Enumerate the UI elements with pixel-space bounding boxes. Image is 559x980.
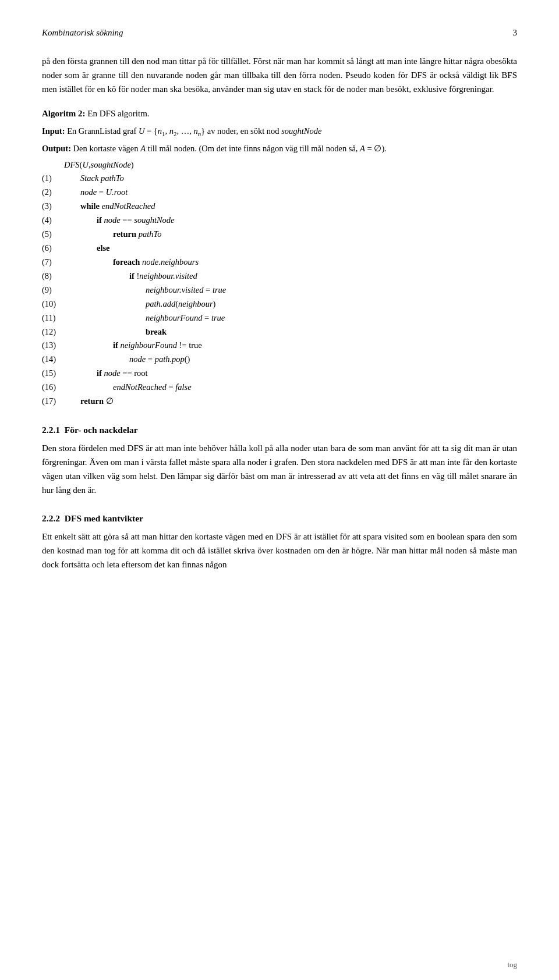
algo-line-17: (17) return ∅	[42, 395, 517, 409]
page-header: Kombinatorisk sökning 3	[42, 28, 517, 38]
line-content-2: node = U.root	[64, 186, 517, 200]
line-content-4: if node == soughtNode	[64, 214, 517, 228]
line-num-17: (17)	[42, 395, 64, 409]
line-num-16: (16)	[42, 381, 64, 395]
line-content-13: if neighbourFound != true	[64, 339, 517, 353]
line-content-11: neighbourFound = true	[64, 311, 517, 325]
algo-line-2: (2) node = U.root	[42, 186, 517, 200]
footer-note: tog	[507, 960, 517, 970]
algo-line-14: (14) node = path.pop()	[42, 353, 517, 367]
line-content-8: if !neighbour.visited	[64, 269, 517, 283]
algo-line-6: (6) else	[42, 242, 517, 255]
algo-output: Output: Den kortaste vägen A till mål no…	[42, 142, 517, 156]
algo-input-bold: Input:	[42, 126, 65, 136]
page-number: 3	[513, 28, 518, 38]
line-content-15: if node == root	[64, 367, 517, 381]
chapter-title: Kombinatorisk sökning	[42, 28, 123, 38]
algo-line-0: DFS(U,soughtNode)	[42, 158, 517, 172]
algo-line-15: (15) if node == root	[42, 367, 517, 381]
line-num-9: (9)	[42, 283, 64, 297]
algo-title: Algoritm 2: En DFS algoritm.	[42, 106, 517, 121]
line-num-7: (7)	[42, 255, 64, 269]
line-num-13: (13)	[42, 339, 64, 353]
algo-output-rest: Den kortaste vägen A till mål noden. (Om…	[71, 144, 387, 153]
line-num-14: (14)	[42, 353, 64, 367]
algo-line-7: (7) foreach node.neighbours	[42, 255, 517, 269]
algo-line-16: (16) endNotReached = false	[42, 381, 517, 395]
algo-line-11: (11) neighbourFound = true	[42, 311, 517, 325]
footer-text: tog	[507, 960, 517, 969]
algo-title-bold: Algoritm 2:	[42, 109, 86, 118]
line-num-15: (15)	[42, 367, 64, 381]
algo-input-rest: En GrannListad graf U = {n1, n2, …, nn} …	[65, 126, 322, 136]
section-221-paragraph: Den stora fördelen med DFS är att man in…	[42, 441, 517, 497]
line-content-14: node = path.pop()	[64, 353, 517, 367]
line-num-6: (6)	[42, 242, 64, 255]
algo-input: Input: En GrannListad graf U = {n1, n2, …	[42, 125, 517, 140]
line-content-6: else	[64, 242, 517, 255]
line-num-5: (5)	[42, 228, 64, 242]
line-num-1: (1)	[42, 172, 64, 186]
line-num-8: (8)	[42, 269, 64, 283]
algo-line-8: (8) if !neighbour.visited	[42, 269, 517, 283]
page-content: Kombinatorisk sökning 3 på den första gr…	[0, 0, 559, 608]
line-content-3: while endNotReached	[64, 200, 517, 214]
line-num-12: (12)	[42, 325, 64, 339]
line-content-12: break	[64, 325, 517, 339]
line-num-11: (11)	[42, 311, 64, 325]
line-content-17: return ∅	[64, 395, 517, 409]
section-221-heading: 2.2.1 För- och nackdelar	[42, 425, 517, 435]
line-content-10: path.add(neighbour)	[64, 297, 517, 311]
algo-line-13: (13) if neighbourFound != true	[42, 339, 517, 353]
line-content-7: foreach node.neighbours	[64, 255, 517, 269]
line-content-5: return pathTo	[64, 228, 517, 242]
algorithm-box: Algoritm 2: En DFS algoritm. Input: En G…	[42, 106, 517, 409]
line-content-0: DFS(U,soughtNode)	[64, 158, 517, 172]
line-content-9: neighbour.visited = true	[64, 283, 517, 297]
intro-paragraph: på den första grannen till den nod man t…	[42, 54, 517, 96]
algo-line-10: (10) path.add(neighbour)	[42, 297, 517, 311]
algo-line-9: (9) neighbour.visited = true	[42, 283, 517, 297]
algo-title-rest: En DFS algoritm.	[86, 109, 150, 118]
line-content-1: Stack pathTo	[64, 172, 517, 186]
line-num-10: (10)	[42, 297, 64, 311]
line-num-3: (3)	[42, 200, 64, 214]
algo-line-4: (4) if node == soughtNode	[42, 214, 517, 228]
algo-code: DFS(U,soughtNode) (1) Stack pathTo (2) n…	[42, 158, 517, 409]
section-222-heading: 2.2.2 DFS med kantvikter	[42, 513, 517, 524]
algo-line-12: (12) break	[42, 325, 517, 339]
line-content-16: endNotReached = false	[64, 381, 517, 395]
line-num-2: (2)	[42, 186, 64, 200]
algo-output-bold: Output:	[42, 144, 71, 153]
line-num-4: (4)	[42, 214, 64, 228]
section-222-paragraph: Ett enkelt sätt att göra så att man hitt…	[42, 530, 517, 571]
algo-line-5: (5) return pathTo	[42, 228, 517, 242]
algo-line-1: (1) Stack pathTo	[42, 172, 517, 186]
algo-line-3: (3) while endNotReached	[42, 200, 517, 214]
